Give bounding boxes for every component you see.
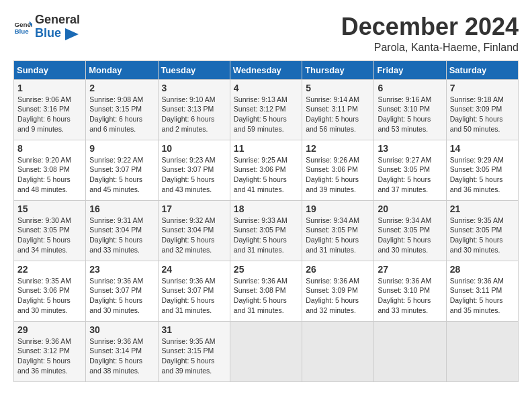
table-row: 15Sunrise: 9:30 AMSunset: 3:05 PMDayligh…: [14, 200, 86, 261]
cell-content: Sunrise: 9:36 AMSunset: 3:14 PMDaylight:…: [89, 336, 154, 376]
table-row: 7Sunrise: 9:18 AMSunset: 3:09 PMDaylight…: [446, 79, 518, 140]
cell-line: and 45 minutes.: [89, 185, 154, 195]
table-row: 27Sunrise: 9:36 AMSunset: 3:10 PMDayligh…: [374, 261, 446, 321]
cell-line: and 34 minutes.: [17, 245, 82, 255]
cell-line: Sunset: 3:05 PM: [378, 165, 442, 175]
cell-line: Daylight: 5 hours: [234, 295, 298, 306]
col-friday: Friday: [374, 60, 446, 79]
cell-line: and 56 minutes.: [306, 124, 370, 134]
cell-content: Sunrise: 9:36 AMSunset: 3:07 PMDaylight:…: [162, 276, 226, 316]
cell-line: Daylight: 5 hours: [450, 114, 515, 124]
cell-line: Daylight: 5 hours: [234, 235, 298, 245]
cell-line: Sunrise: 9:35 AM: [162, 336, 226, 347]
day-number: 28: [450, 264, 515, 275]
cell-content: Sunrise: 9:16 AMSunset: 3:10 PMDaylight:…: [378, 95, 442, 134]
calendar-week-row: 1Sunrise: 9:06 AMSunset: 3:16 PMDaylight…: [14, 79, 519, 140]
cell-line: Daylight: 5 hours: [162, 356, 226, 366]
cell-line: Sunrise: 9:10 AM: [162, 95, 226, 105]
cell-line: Daylight: 5 hours: [306, 295, 370, 306]
day-number: 9: [89, 143, 154, 154]
cell-line: Sunset: 3:05 PM: [306, 225, 370, 235]
table-row: 26Sunrise: 9:36 AMSunset: 3:09 PMDayligh…: [302, 261, 374, 321]
cell-content: Sunrise: 9:36 AMSunset: 3:11 PMDaylight:…: [450, 276, 515, 316]
cell-line: Sunrise: 9:32 AM: [162, 216, 226, 226]
cell-line: Sunset: 3:04 PM: [162, 225, 226, 235]
cell-line: Sunrise: 9:20 AM: [17, 155, 82, 165]
cell-content: Sunrise: 9:34 AMSunset: 3:05 PMDaylight:…: [306, 216, 370, 255]
cell-content: Sunrise: 9:36 AMSunset: 3:12 PMDaylight:…: [17, 336, 82, 376]
day-number: 10: [162, 143, 226, 154]
cell-content: Sunrise: 9:18 AMSunset: 3:09 PMDaylight:…: [450, 95, 515, 134]
calendar-week-row: 29Sunrise: 9:36 AMSunset: 3:12 PMDayligh…: [14, 321, 519, 381]
cell-line: Daylight: 5 hours: [162, 235, 226, 245]
cell-line: and 39 minutes.: [162, 366, 226, 376]
cell-line: Sunset: 3:06 PM: [306, 165, 370, 175]
cell-line: Sunset: 3:09 PM: [450, 104, 515, 114]
logo-blue-text: Blue: [35, 26, 61, 40]
logo: General Blue General Blue: [13, 13, 80, 40]
cell-line: Sunset: 3:06 PM: [17, 285, 82, 295]
cell-line: Sunset: 3:12 PM: [17, 346, 82, 356]
cell-line: Daylight: 5 hours: [306, 175, 370, 185]
cell-line: and 32 minutes.: [162, 245, 226, 255]
cell-line: and 30 minutes.: [89, 306, 154, 316]
cell-line: and 32 minutes.: [306, 306, 370, 316]
cell-line: Daylight: 5 hours: [89, 295, 154, 306]
day-number: 15: [17, 203, 82, 214]
cell-line: and 53 minutes.: [378, 124, 442, 134]
cell-line: Sunset: 3:15 PM: [162, 346, 226, 356]
day-number: 31: [162, 324, 226, 335]
logo-arrow-icon: [65, 28, 79, 40]
cell-line: Sunrise: 9:22 AM: [89, 155, 154, 165]
cell-content: Sunrise: 9:36 AMSunset: 3:10 PMDaylight:…: [378, 276, 442, 316]
calendar-week-row: 8Sunrise: 9:20 AMSunset: 3:08 PMDaylight…: [14, 140, 519, 200]
cell-line: Sunset: 3:05 PM: [378, 225, 442, 235]
table-row: [446, 321, 518, 381]
cell-line: Daylight: 5 hours: [162, 175, 226, 185]
table-row: 31Sunrise: 9:35 AMSunset: 3:15 PMDayligh…: [158, 321, 230, 381]
day-number: 29: [17, 324, 82, 335]
day-number: 30: [89, 324, 154, 335]
table-row: 28Sunrise: 9:36 AMSunset: 3:11 PMDayligh…: [446, 261, 518, 321]
table-row: 18Sunrise: 9:33 AMSunset: 3:05 PMDayligh…: [230, 200, 302, 261]
cell-line: and 36 minutes.: [17, 366, 82, 376]
cell-line: Sunset: 3:07 PM: [89, 165, 154, 175]
cell-line: Sunrise: 9:34 AM: [306, 216, 370, 226]
cell-line: Sunrise: 9:31 AM: [89, 216, 154, 226]
cell-content: Sunrise: 9:36 AMSunset: 3:09 PMDaylight:…: [306, 276, 370, 316]
cell-line: and 39 minutes.: [306, 185, 370, 195]
cell-line: Sunrise: 9:36 AM: [17, 336, 82, 347]
cell-line: Sunset: 3:12 PM: [234, 104, 298, 114]
cell-content: Sunrise: 9:20 AMSunset: 3:08 PMDaylight:…: [17, 155, 82, 195]
day-number: 14: [450, 143, 515, 154]
cell-content: Sunrise: 9:35 AMSunset: 3:05 PMDaylight:…: [450, 216, 515, 255]
cell-line: and 50 minutes.: [450, 124, 515, 134]
cell-line: and 31 minutes.: [162, 306, 226, 316]
calendar-table: Sunday Monday Tuesday Wednesday Thursday…: [13, 60, 519, 382]
day-number: 1: [17, 83, 82, 93]
cell-content: Sunrise: 9:06 AMSunset: 3:16 PMDaylight:…: [17, 95, 82, 134]
cell-line: Daylight: 5 hours: [234, 114, 298, 124]
cell-line: Daylight: 5 hours: [378, 295, 442, 306]
cell-content: Sunrise: 9:31 AMSunset: 3:04 PMDaylight:…: [89, 216, 154, 255]
cell-content: Sunrise: 9:34 AMSunset: 3:05 PMDaylight:…: [378, 216, 442, 255]
day-number: 18: [234, 203, 298, 214]
cell-line: Sunset: 3:11 PM: [450, 285, 515, 295]
cell-line: and 41 minutes.: [234, 185, 298, 195]
table-row: 2Sunrise: 9:08 AMSunset: 3:15 PMDaylight…: [86, 79, 158, 140]
cell-line: Sunset: 3:13 PM: [162, 104, 226, 114]
table-row: [302, 321, 374, 381]
col-monday: Monday: [86, 60, 158, 79]
month-title: December 2024: [341, 13, 519, 40]
cell-line: and 30 minutes.: [450, 245, 515, 255]
table-row: 8Sunrise: 9:20 AMSunset: 3:08 PMDaylight…: [14, 140, 86, 200]
cell-line: and 31 minutes.: [234, 306, 298, 316]
day-number: 8: [17, 143, 82, 154]
table-row: 11Sunrise: 9:25 AMSunset: 3:06 PMDayligh…: [230, 140, 302, 200]
cell-line: Sunset: 3:08 PM: [17, 165, 82, 175]
cell-line: Sunrise: 9:36 AM: [378, 276, 442, 286]
cell-line: Sunrise: 9:26 AM: [306, 155, 370, 165]
cell-content: Sunrise: 9:35 AMSunset: 3:15 PMDaylight:…: [162, 336, 226, 376]
day-number: 6: [378, 83, 442, 93]
cell-line: Sunrise: 9:33 AM: [234, 216, 298, 226]
